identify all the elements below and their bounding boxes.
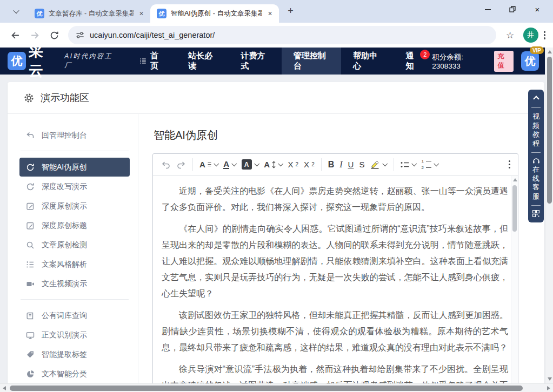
- highlight-button[interactable]: [367, 158, 390, 172]
- bold-button[interactable]: B: [325, 158, 337, 172]
- undo-button[interactable]: [158, 158, 174, 172]
- bullet-list-button[interactable]: [398, 158, 419, 172]
- sidebar-item-ai-rewrite[interactable]: 智能AI伪原创: [19, 158, 130, 177]
- sidebar-item-text-to-video[interactable]: 文生视频演示: [19, 274, 130, 293]
- close-window-button[interactable]: ×: [525, 0, 550, 18]
- tab-ai-rewrite-active[interactable]: 优 智能AI伪原创 - 自动文章采集器 ×: [150, 4, 279, 23]
- notification-badge: 2: [420, 50, 430, 59]
- nav-label: 帮助中心: [353, 51, 382, 71]
- nav-item-must-read[interactable]: 站长必读: [176, 48, 229, 75]
- underline-button[interactable]: U: [345, 158, 357, 172]
- nav-label: 首页: [150, 51, 164, 71]
- sidebar-item-label: 深度改写演示: [42, 182, 87, 192]
- nav-item-home[interactable]: 首页: [128, 48, 176, 75]
- scroll-up-arrow[interactable]: [513, 178, 517, 181]
- sidebar-item-style-analysis[interactable]: 文案风格解析: [19, 255, 130, 274]
- horizontal-scrollbar[interactable]: [0, 383, 553, 392]
- redo-icon: [176, 160, 186, 169]
- paragraph[interactable]: 徐兵导演对“意识流”手法极为执着，然而这种执着却给剧集带来了不少困扰。全剧呈现出…: [162, 361, 508, 383]
- vertical-scrollbar[interactable]: [545, 48, 553, 383]
- scroll-up-arrow[interactable]: [548, 50, 552, 53]
- ordered-list-button[interactable]: 1 2: [418, 158, 441, 172]
- forward-arrow-icon: [30, 31, 39, 40]
- sidebar-item-text-classification[interactable]: 文本智能分类: [19, 364, 130, 383]
- sidebar-item-originality-check[interactable]: 文章原创检测: [19, 235, 130, 254]
- sidebar-item-deep-original[interactable]: 深度原创演示: [19, 197, 130, 215]
- section-header: 演示功能区: [8, 82, 544, 114]
- back-button[interactable]: [6, 26, 24, 44]
- tab-title: 智能AI伪原创 - 自动文章采集器: [171, 9, 262, 18]
- user-avatar[interactable]: 优 VIP: [521, 51, 539, 71]
- minimize-button[interactable]: [475, 0, 500, 18]
- site-logo[interactable]: 优: [8, 52, 26, 70]
- nav-item-notice[interactable]: 通知 2: [394, 48, 432, 75]
- bookmark-button[interactable]: ☆: [502, 26, 519, 44]
- paragraph[interactable]: 《在人间》的剧情走向确实令人困惑。它试图通过所谓的“意识流”技巧来叙述故事，但呈…: [162, 221, 508, 302]
- toolbar-more-button[interactable]: [507, 158, 513, 171]
- online-service-link[interactable]: 在线客服: [532, 165, 540, 201]
- tab-article-storage[interactable]: 优 文章暂存库 - 自动文章采集器- ×: [28, 4, 150, 23]
- sidebar-divider: [21, 299, 129, 300]
- url-text[interactable]: ucaiyun.com/caiji/test_ai_generator/: [90, 31, 215, 39]
- page-background: 演示功能区 回管理控制台 智能AI伪原创: [0, 75, 553, 383]
- sidebar-item-original-title[interactable]: 深度原创标题: [19, 216, 130, 235]
- scroll-left-arrow[interactable]: [3, 386, 6, 390]
- font-color-button[interactable]: A: [221, 158, 238, 172]
- rich-text-editor: A A A: [152, 153, 518, 383]
- background-color-button[interactable]: A: [239, 158, 262, 172]
- editor-content[interactable]: 近期，备受关注的电影《在人间》票房走势突然逆转，赵丽颖、张一山等一众演员遭遇了众…: [153, 175, 518, 383]
- reply-arrow-icon: [26, 131, 35, 140]
- site-settings-icon: [76, 31, 84, 39]
- editor-scrollbar[interactable]: [511, 176, 518, 383]
- subscript-button[interactable]: X2: [285, 158, 302, 172]
- horizontal-scroll-thumb[interactable]: [10, 386, 523, 391]
- omnibox[interactable]: ucaiyun.com/caiji/test_ai_generator/: [68, 26, 496, 44]
- close-tab-icon[interactable]: ×: [137, 9, 146, 18]
- nav-item-console[interactable]: 管理控制台: [282, 48, 342, 75]
- strikethrough-button[interactable]: S: [356, 158, 367, 172]
- address-bar: ucaiyun.com/caiji/test_ai_generator/ ☆ 井: [0, 23, 553, 48]
- sidebar-divider: [21, 151, 129, 151]
- italic-button[interactable]: I: [337, 158, 345, 172]
- video-tutorial-link[interactable]: 视频教程: [532, 112, 540, 148]
- scroll-right-arrow[interactable]: [547, 386, 550, 390]
- qr-code-icon[interactable]: [532, 210, 539, 217]
- chevron-down-icon: [278, 161, 283, 166]
- nav-item-help[interactable]: 帮助中心: [341, 48, 394, 75]
- headset-icon: [532, 157, 540, 164]
- scroll-down-arrow[interactable]: [548, 377, 552, 381]
- panel-divider: [531, 107, 541, 108]
- editor-scroll-thumb[interactable]: [512, 185, 517, 232]
- superscript-button[interactable]: X2: [301, 158, 317, 172]
- recharge-button[interactable]: 充值: [494, 51, 514, 72]
- browser-menu-button[interactable]: [542, 29, 548, 42]
- sidebar-item-back-console[interactable]: 回管理控制台: [19, 126, 130, 145]
- gear-icon: [24, 93, 34, 103]
- new-tab-button[interactable]: +: [283, 4, 298, 18]
- sidebar-item-body-recognition[interactable]: 正文识别演示: [19, 326, 130, 344]
- sidebar-item-extract-tags[interactable]: 智能提取标签: [19, 345, 130, 364]
- redo-button[interactable]: [174, 158, 189, 172]
- browser-profile-avatar[interactable]: 井: [523, 28, 538, 43]
- sidebar-item-deep-rewrite[interactable]: 深度改写演示: [19, 177, 130, 196]
- panel-divider: [531, 152, 541, 153]
- brand-name[interactable]: 采云: [29, 42, 59, 80]
- tab-search-button[interactable]: [9, 4, 24, 19]
- demo-main: 智能AI伪原创 A: [138, 114, 544, 383]
- chevron-down-icon: [13, 8, 19, 13]
- sidebar-item-public-lexicon[interactable]: 公有词库查询: [19, 306, 130, 325]
- paragraph[interactable]: 近期，备受关注的电影《在人间》票房走势突然逆转，赵丽颖、张一山等一众演员遭遇了众…: [162, 183, 508, 215]
- toolbar-separator: [192, 158, 193, 171]
- collapse-up-icon[interactable]: [533, 96, 539, 102]
- vertical-scroll-thumb[interactable]: [547, 57, 552, 204]
- sidebar-item-label: 文本智能分类: [42, 369, 87, 379]
- paragraph[interactable]: 该剧试图效仿王家卫的独特风格，但却未能真正把握其精髓，反而让人感到更加困惑。剧情…: [162, 307, 508, 356]
- restore-button[interactable]: [500, 0, 525, 18]
- close-tab-icon[interactable]: ×: [265, 9, 275, 18]
- highlighter-icon: [370, 160, 380, 169]
- sidebar-item-label: 深度原创演示: [42, 201, 87, 211]
- vip-badge: VIP: [530, 46, 544, 54]
- font-size-button[interactable]: A: [261, 158, 285, 172]
- nav-item-billing[interactable]: 计费方式: [229, 48, 281, 75]
- line-height-button[interactable]: A: [197, 158, 221, 172]
